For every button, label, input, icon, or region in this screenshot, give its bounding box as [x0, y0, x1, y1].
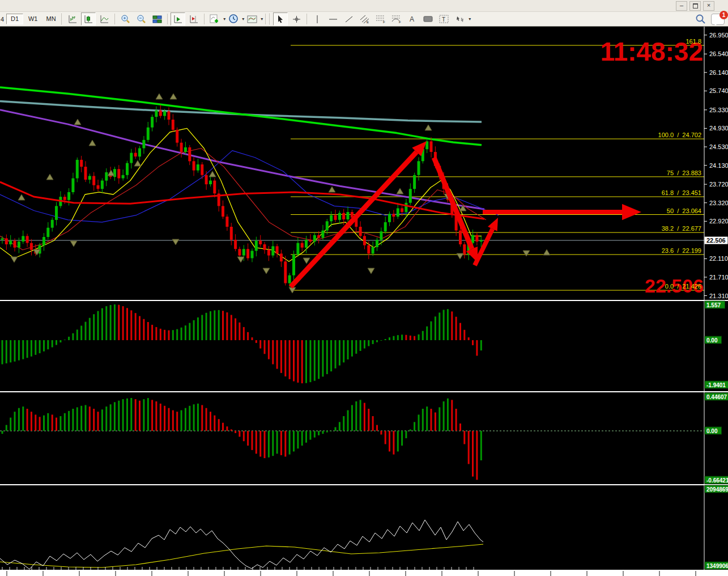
fib-label-0.0[interactable]: 0.0 / 21.426	[665, 283, 701, 290]
candle-body	[147, 128, 150, 140]
fib-label-61.8[interactable]: 61.8 / 23.451	[662, 189, 701, 196]
zoom-in-button[interactable]	[118, 12, 133, 26]
fractal-up-arrow-icon	[89, 140, 96, 146]
indicators-dropdown-caret[interactable]: ▾	[223, 16, 225, 22]
histogram-bar	[189, 406, 190, 431]
chat-icon[interactable]: 1	[711, 14, 725, 25]
fib-label-75[interactable]: 75 / 23.883	[667, 170, 701, 176]
tile-windows-button[interactable]	[150, 12, 164, 26]
close-button[interactable]: ×	[703, 1, 714, 11]
vertical-line-button[interactable]	[310, 12, 325, 26]
line-chart-icon	[100, 15, 109, 24]
candle-body	[246, 249, 249, 258]
time-axis[interactable]	[0, 571, 728, 576]
annotation-arrowhead-4[interactable]	[622, 204, 641, 221]
auto-scroll-button[interactable]	[171, 12, 185, 26]
trendline-button[interactable]	[342, 12, 356, 26]
periods-button[interactable]	[226, 12, 241, 26]
candle-body	[117, 169, 120, 178]
candle-body	[134, 153, 137, 157]
arrows-button[interactable]	[453, 12, 467, 26]
histogram-bar	[468, 431, 470, 464]
histogram-bar	[235, 319, 236, 341]
timeframe-mn-button[interactable]: MN	[42, 14, 59, 24]
histogram-bar	[438, 407, 440, 431]
timeframe-h4-fragment[interactable]: 4	[1, 16, 4, 23]
candle-body	[267, 250, 270, 256]
fractal-up-arrow-icon	[329, 187, 335, 192]
histogram-bar	[472, 431, 474, 477]
candle-body	[475, 235, 478, 242]
histogram-bar	[35, 340, 36, 355]
candle-body	[392, 214, 395, 217]
notification-badge[interactable]: 1	[720, 11, 728, 19]
bar-chart-button[interactable]	[65, 12, 80, 26]
histogram-bar	[93, 314, 95, 340]
candle-body	[180, 143, 183, 152]
label-button[interactable]	[421, 12, 436, 26]
fib-label-100.0[interactable]: 100.0 / 24.702	[658, 132, 701, 138]
histogram-bar	[422, 409, 424, 431]
histogram-bar	[451, 400, 453, 431]
histogram-bar	[72, 333, 74, 340]
fib-label-23.6[interactable]: 23.6 / 22.199	[662, 247, 701, 254]
search-icon[interactable]	[695, 14, 706, 25]
candle-body	[326, 221, 329, 230]
histogram-bar	[360, 400, 361, 431]
text-box-button[interactable]: T	[437, 12, 452, 26]
candle-body	[401, 208, 403, 212]
fibonacci-channel-button[interactable]: F	[389, 12, 404, 26]
candle-body	[5, 238, 8, 244]
histogram-bar	[268, 431, 270, 458]
timeframe-d1-button[interactable]: D1	[6, 14, 23, 24]
chart-canvas[interactable]: 11:48:3222.506161.8100.0 / 24.70275 / 23…	[0, 0, 728, 576]
histogram-bar	[68, 411, 70, 431]
equidistant-channel-button[interactable]: E	[357, 12, 372, 26]
candle-body	[271, 246, 274, 255]
histogram-bar	[463, 330, 465, 340]
annotation-arrow-1[interactable]	[291, 152, 416, 287]
cursor-button[interactable]	[273, 12, 288, 26]
histogram-bar	[347, 410, 349, 431]
crosshair-button[interactable]	[289, 12, 304, 26]
histogram-bar	[105, 306, 107, 340]
price-axis-label: 25.330	[709, 107, 728, 113]
timeframe-w1-button[interactable]: W1	[24, 14, 41, 24]
current-price-label: 22.506	[706, 237, 726, 244]
fibonacci-retracement-button[interactable]: F	[373, 12, 388, 26]
line-chart-button[interactable]	[97, 12, 112, 26]
price-axis-label: 26.540	[709, 50, 728, 57]
minimize-button[interactable]: –	[676, 1, 687, 11]
candle-body	[338, 213, 341, 220]
arrows-dropdown-caret[interactable]: ▾	[469, 16, 471, 22]
fib-label-50[interactable]: 50 / 23.064	[667, 207, 701, 214]
histogram-bar	[264, 340, 266, 354]
histogram-bar	[155, 327, 157, 340]
zoom-out-button[interactable]	[134, 12, 148, 26]
restore-button[interactable]	[689, 1, 701, 11]
panel-divider	[0, 484, 728, 485]
fib-label-38.2[interactable]: 38.2 / 22.677	[662, 225, 701, 232]
chart-shift-button[interactable]	[186, 12, 201, 26]
templates-button[interactable]	[245, 12, 259, 26]
candlestick-button[interactable]	[81, 12, 96, 26]
indicators-button[interactable]	[207, 12, 222, 26]
histogram-bar	[31, 340, 32, 357]
text-button[interactable]: A	[405, 12, 420, 26]
candle-body	[242, 249, 245, 255]
fractal-up-arrow-icon	[134, 160, 141, 166]
histogram-bar	[59, 340, 61, 342]
histogram-bar	[443, 401, 445, 431]
candle-body	[209, 181, 212, 185]
histogram-bar	[72, 409, 74, 431]
horizontal-line-button[interactable]	[326, 12, 340, 26]
templates-dropdown-caret[interactable]: ▾	[261, 16, 263, 22]
histogram-bar	[76, 407, 78, 431]
price-axis-label: 26.140	[709, 69, 728, 76]
histogram-bar	[351, 405, 353, 431]
vertical-line-icon	[314, 15, 321, 24]
fib-label-161.8[interactable]: 161.8	[686, 38, 701, 45]
indicator-scale-label: 0.00	[706, 428, 718, 434]
periods-dropdown-caret[interactable]: ▾	[242, 16, 244, 22]
histogram-bar	[368, 409, 369, 431]
